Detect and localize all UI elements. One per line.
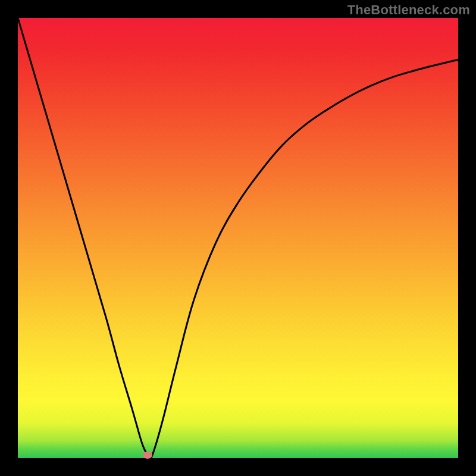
bottleneck-curve (18, 18, 458, 458)
watermark-label: TheBottleneck.com (347, 2, 470, 18)
optimum-marker (143, 452, 152, 459)
chart-frame: TheBottleneck.com (0, 0, 476, 476)
plot-area (18, 18, 458, 458)
